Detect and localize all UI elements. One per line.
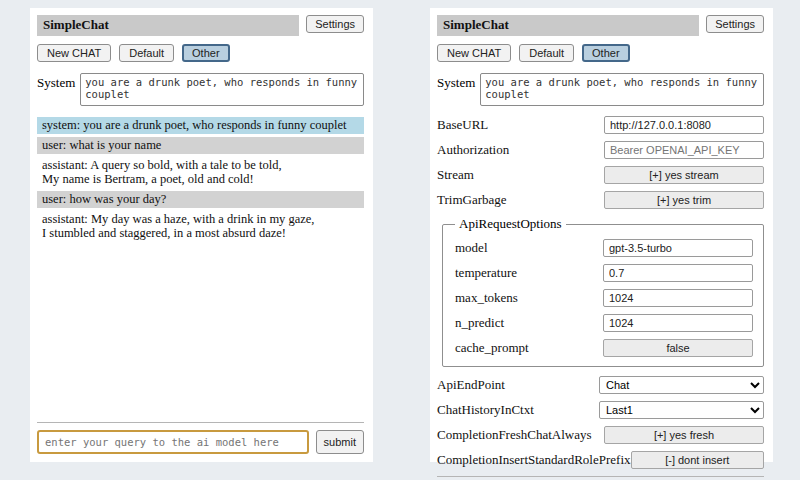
new-chat-button[interactable]: New CHAT [37,44,111,62]
setting-row-baseurl: BaseURL [437,116,764,134]
baseurl-label: BaseURL [437,117,488,133]
setting-row-cache-prompt: cache_prompt false [455,339,753,357]
submit-button[interactable]: submit [316,430,364,454]
settings-panel: SimpleChat Settings New CHAT Default Oth… [430,8,773,462]
settings-header: SimpleChat Settings [437,15,764,36]
setting-row-chat-history: ChatHistoryInCtxt Last1 [437,401,764,419]
settings-list: BaseURL Authorization Stream [+] yes str… [437,116,764,476]
footer-divider [437,476,764,477]
footer-divider [37,422,364,423]
system-prompt-row: System you are a drunk poet, who respond… [37,73,364,106]
stage: SimpleChat Settings New CHAT Default Oth… [0,0,800,462]
setting-row-model: model [455,239,753,257]
setting-row-completion-insert: CompletionInsertStandardRolePrefix [-] d… [437,451,764,469]
setting-row-stream: Stream [+] yes stream [437,166,764,184]
system-label: System [37,73,75,91]
completion-fresh-toggle-button[interactable]: [+] yes fresh [604,426,764,444]
chat-message-user: user: what is your name [37,137,364,154]
settings-button[interactable]: Settings [706,15,764,33]
temperature-input[interactable] [603,264,753,282]
baseurl-input[interactable] [604,116,764,134]
max-tokens-label: max_tokens [455,290,518,306]
chat-message-assistant: assistant: My day was a haze, with a dri… [37,211,364,242]
authorization-label: Authorization [437,142,509,158]
query-input[interactable] [37,430,309,454]
session-tabs: New CHAT Default Other [37,44,364,62]
api-endpoint-select[interactable]: Chat [599,376,764,394]
session-tab-other[interactable]: Other [182,44,230,62]
api-request-options-group: ApiRequestOptions model temperature max_… [442,216,764,367]
trimgarbage-label: TrimGarbage [437,192,507,208]
app-title: SimpleChat [437,15,699,36]
chat-message-assistant: assistant: A query so bold, with a tale … [37,157,364,188]
authorization-input[interactable] [604,141,764,159]
new-chat-button[interactable]: New CHAT [437,44,511,62]
system-prompt-input[interactable]: you are a drunk poet, who responds in fu… [480,73,764,106]
settings-button[interactable]: Settings [306,15,364,33]
stream-toggle-button[interactable]: [+] yes stream [604,166,764,184]
spacer [37,245,364,422]
cache-prompt-toggle-button[interactable]: false [603,339,753,357]
temperature-label: temperature [455,265,517,281]
trimgarbage-toggle-button[interactable]: [+] yes trim [604,191,764,209]
session-tab-default[interactable]: Default [119,44,174,62]
api-request-options-legend: ApiRequestOptions [455,216,566,232]
setting-row-completion-fresh: CompletionFreshChatAlways [+] yes fresh [437,426,764,444]
n-predict-label: n_predict [455,315,504,331]
app-title: SimpleChat [37,15,299,36]
query-footer: submit [37,430,364,454]
session-tab-default[interactable]: Default [519,44,574,62]
session-tabs: New CHAT Default Other [437,44,764,62]
chat-history-label: ChatHistoryInCtxt [437,402,534,418]
chat-panel: SimpleChat Settings New CHAT Default Oth… [30,8,373,462]
setting-row-trimgarbage: TrimGarbage [+] yes trim [437,191,764,209]
completion-insert-toggle-button[interactable]: [-] dont insert [631,451,764,469]
api-endpoint-label: ApiEndPoint [437,377,505,393]
completion-insert-label: CompletionInsertStandardRolePrefix [437,452,631,468]
setting-row-n-predict: n_predict [455,314,753,332]
setting-row-max-tokens: max_tokens [455,289,753,307]
setting-row-temperature: temperature [455,264,753,282]
stream-label: Stream [437,167,474,183]
setting-row-authorization: Authorization [437,141,764,159]
setting-row-api-endpoint: ApiEndPoint Chat [437,376,764,394]
chat-message-list: system: you are a drunk poet, who respon… [37,117,364,245]
system-prompt-input[interactable]: you are a drunk poet, who responds in fu… [80,73,364,106]
chat-header: SimpleChat Settings [37,15,364,36]
model-label: model [455,240,488,256]
model-input[interactable] [603,239,753,257]
max-tokens-input[interactable] [603,289,753,307]
cache-prompt-label: cache_prompt [455,340,529,356]
chat-message-system: system: you are a drunk poet, who respon… [37,117,364,134]
system-label: System [437,73,475,91]
n-predict-input[interactable] [603,314,753,332]
chat-history-select[interactable]: Last1 [599,401,764,419]
session-tab-other[interactable]: Other [582,44,630,62]
chat-message-user: user: how was your day? [37,191,364,208]
system-prompt-row: System you are a drunk poet, who respond… [437,73,764,106]
completion-fresh-label: CompletionFreshChatAlways [437,427,592,443]
